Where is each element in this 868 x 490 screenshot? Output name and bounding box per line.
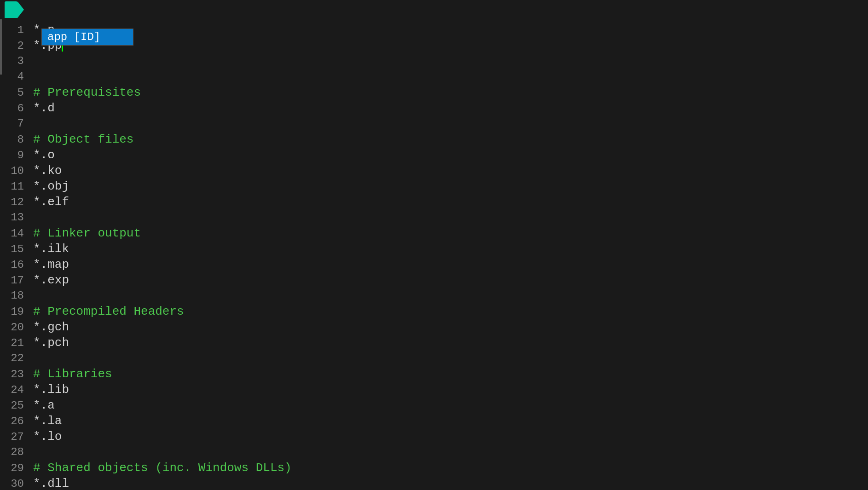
line-content: *.a <box>33 398 55 413</box>
code-line-26: 26*.la <box>9 413 868 429</box>
line-number: 13 <box>9 210 33 225</box>
code-line-20: 20*.gch <box>9 319 868 335</box>
code-line-18: 18 <box>9 288 868 304</box>
line-number: 25 <box>9 398 33 414</box>
line-number: 30 <box>9 476 33 490</box>
line-number: 1 <box>9 23 33 38</box>
line-number: 14 <box>9 226 33 242</box>
line-content: # Libraries <box>33 366 112 382</box>
editor-container: 1*.p2*.pp345# Prerequisites6*.d78# Objec… <box>0 0 868 490</box>
line-number: 17 <box>9 273 33 288</box>
code-line-29: 29# Shared objects (inc. Windows DLLs) <box>9 460 868 476</box>
line-number: 26 <box>9 414 33 429</box>
line-content: # Object files <box>33 132 133 147</box>
tab-arrow <box>17 1 24 18</box>
line-content: *.pch <box>33 335 69 351</box>
line-content: *.o <box>33 147 55 163</box>
line-content: *.la <box>33 413 62 429</box>
code-line-22: 22 <box>9 351 868 366</box>
code-line-16: 16*.map <box>9 257 868 272</box>
line-content: *.d <box>33 100 55 116</box>
line-number: 12 <box>9 195 33 210</box>
code-line-11: 11*.obj <box>9 179 868 194</box>
code-line-13: 13 <box>9 210 868 225</box>
code-line-27: 27*.lo <box>9 429 868 444</box>
line-content: *.lo <box>33 429 62 444</box>
line-number: 10 <box>9 163 33 179</box>
left-indicator <box>0 19 2 75</box>
line-number: 18 <box>9 288 33 304</box>
line-number: 6 <box>9 101 33 116</box>
code-line-23: 23# Libraries <box>9 366 868 382</box>
code-line-17: 17*.exp <box>9 272 868 288</box>
code-line-19: 19# Precompiled Headers <box>9 304 868 319</box>
line-number: 19 <box>9 304 33 320</box>
line-content: *.lib <box>33 382 69 398</box>
line-number: 20 <box>9 320 33 335</box>
code-line-24: 24*.lib <box>9 382 868 398</box>
line-number: 16 <box>9 257 33 273</box>
line-number: 5 <box>9 85 33 101</box>
line-number: 9 <box>9 148 33 163</box>
line-number: 27 <box>9 429 33 445</box>
code-line-6: 6*.d <box>9 100 868 116</box>
line-number: 11 <box>9 179 33 195</box>
tab-bar <box>0 0 868 19</box>
line-number: 29 <box>9 461 33 476</box>
line-content: # Prerequisites <box>33 85 141 100</box>
code-line-12: 12*.elf <box>9 194 868 210</box>
code-line-15: 15*.ilk <box>9 241 868 257</box>
line-number: 3 <box>9 53 33 69</box>
autocomplete-item[interactable]: app [ID] <box>42 29 133 45</box>
line-content: *.dll <box>33 476 69 490</box>
code-line-28: 28 <box>9 444 868 460</box>
line-number: 24 <box>9 382 33 398</box>
line-number: 2 <box>9 38 33 54</box>
line-number: 4 <box>9 69 33 85</box>
line-content: # Linker output <box>33 225 141 241</box>
code-line-7: 7 <box>9 116 868 132</box>
code-line-2: 2*.pp <box>9 38 868 53</box>
code-area: 1*.p2*.pp345# Prerequisites6*.d78# Objec… <box>0 19 868 490</box>
code-line-25: 25*.a <box>9 398 868 413</box>
line-content: *.exp <box>33 272 69 288</box>
code-line-10: 10*.ko <box>9 163 868 179</box>
code-line-5: 5# Prerequisites <box>9 85 868 100</box>
line-number: 21 <box>9 335 33 351</box>
line-content: *.elf <box>33 194 69 210</box>
line-content: *.ko <box>33 163 62 179</box>
line-content: # Shared objects (inc. Windows DLLs) <box>33 460 292 476</box>
line-number: 28 <box>9 444 33 460</box>
code-line-1: 1*.p <box>9 22 868 38</box>
line-number: 23 <box>9 367 33 382</box>
code-line-8: 8# Object files <box>9 132 868 147</box>
line-content: *.map <box>33 257 69 272</box>
tab-gitignore[interactable] <box>5 1 17 18</box>
line-content: # Precompiled Headers <box>33 304 184 319</box>
line-content: *.obj <box>33 179 69 194</box>
code-line-21: 21*.pch <box>9 335 868 351</box>
line-number: 22 <box>9 351 33 366</box>
line-content: *.ilk <box>33 241 69 257</box>
line-number: 7 <box>9 116 33 132</box>
autocomplete-popup[interactable]: app [ID] <box>41 29 133 46</box>
line-number: 15 <box>9 242 33 257</box>
line-content: *.gch <box>33 319 69 335</box>
code-line-14: 14# Linker output <box>9 225 868 241</box>
line-number: 8 <box>9 132 33 148</box>
code-line-30: 30*.dll <box>9 476 868 490</box>
code-line-9: 9*.o <box>9 147 868 163</box>
code-line-4: 4 <box>9 69 868 85</box>
code-line-3: 3 <box>9 53 868 69</box>
